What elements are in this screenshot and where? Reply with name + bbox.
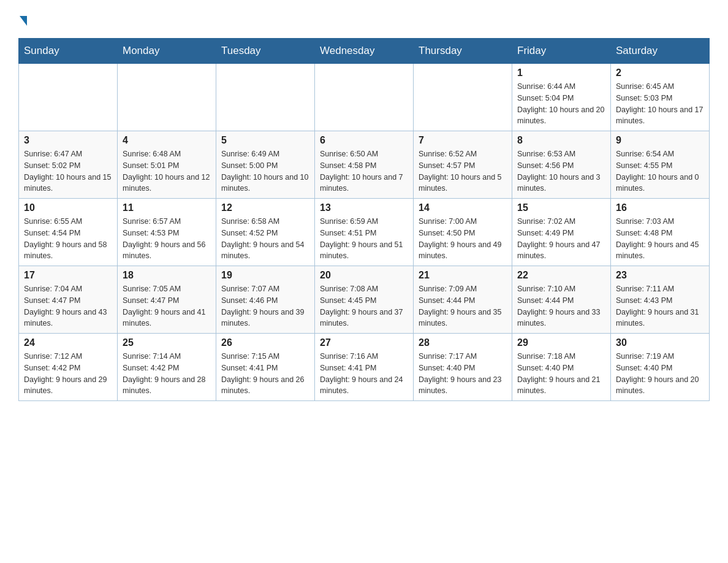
- day-info: Sunrise: 7:03 AMSunset: 4:48 PMDaylight:…: [616, 216, 704, 262]
- day-info: Sunrise: 7:19 AMSunset: 4:40 PMDaylight:…: [616, 351, 704, 397]
- calendar-cell: 3Sunrise: 6:47 AMSunset: 5:02 PMDaylight…: [19, 131, 118, 199]
- calendar-cell: 26Sunrise: 7:15 AMSunset: 4:41 PMDayligh…: [216, 334, 315, 401]
- day-info: Sunrise: 7:14 AMSunset: 4:42 PMDaylight:…: [123, 351, 211, 397]
- day-info: Sunrise: 7:15 AMSunset: 4:41 PMDaylight:…: [221, 351, 309, 397]
- day-number: 26: [221, 337, 309, 348]
- day-number: 22: [517, 270, 605, 281]
- day-info: Sunrise: 7:17 AMSunset: 4:40 PMDaylight:…: [419, 351, 507, 397]
- calendar-cell: 1Sunrise: 6:44 AMSunset: 5:04 PMDaylight…: [512, 64, 611, 131]
- calendar-cell: 24Sunrise: 7:12 AMSunset: 4:42 PMDayligh…: [19, 334, 118, 401]
- calendar-cell: 2Sunrise: 6:45 AMSunset: 5:03 PMDaylight…: [611, 64, 710, 131]
- day-number: 16: [616, 202, 704, 213]
- day-number: 21: [419, 270, 507, 281]
- logo-arrow-icon: [20, 16, 27, 26]
- weekday-header-saturday: Saturday: [611, 39, 710, 64]
- day-info: Sunrise: 7:18 AMSunset: 4:40 PMDaylight:…: [517, 351, 605, 397]
- day-info: Sunrise: 6:55 AMSunset: 4:54 PMDaylight:…: [24, 216, 112, 262]
- calendar-cell: 30Sunrise: 7:19 AMSunset: 4:40 PMDayligh…: [611, 334, 710, 401]
- day-number: 14: [419, 202, 507, 213]
- day-number: 8: [517, 135, 605, 146]
- calendar-cell: 9Sunrise: 6:54 AMSunset: 4:55 PMDaylight…: [611, 131, 710, 199]
- day-info: Sunrise: 6:54 AMSunset: 4:55 PMDaylight:…: [616, 148, 704, 194]
- calendar-cell: 22Sunrise: 7:10 AMSunset: 4:44 PMDayligh…: [512, 266, 611, 334]
- calendar-cell: 7Sunrise: 6:52 AMSunset: 4:57 PMDaylight…: [414, 131, 512, 199]
- day-info: Sunrise: 7:09 AMSunset: 4:44 PMDaylight:…: [419, 283, 507, 329]
- day-number: 25: [123, 337, 211, 348]
- day-info: Sunrise: 7:00 AMSunset: 4:50 PMDaylight:…: [419, 216, 507, 262]
- day-number: 23: [616, 270, 704, 281]
- day-number: 30: [616, 337, 704, 348]
- weekday-header-monday: Monday: [118, 39, 216, 64]
- day-number: 11: [123, 202, 211, 213]
- calendar-cell: [315, 64, 414, 131]
- day-number: 24: [24, 337, 112, 348]
- week-row-2: 3Sunrise: 6:47 AMSunset: 5:02 PMDaylight…: [19, 131, 710, 199]
- day-number: 4: [123, 135, 211, 146]
- day-info: Sunrise: 7:08 AMSunset: 4:45 PMDaylight:…: [320, 283, 408, 329]
- weekday-header-wednesday: Wednesday: [315, 39, 414, 64]
- calendar-cell: 17Sunrise: 7:04 AMSunset: 4:47 PMDayligh…: [19, 266, 118, 334]
- calendar-cell: 10Sunrise: 6:55 AMSunset: 4:54 PMDayligh…: [19, 199, 118, 266]
- day-number: 10: [24, 202, 112, 213]
- logo: [18, 12, 27, 26]
- day-number: 7: [419, 135, 507, 146]
- day-number: 5: [221, 135, 309, 146]
- calendar-cell: 8Sunrise: 6:53 AMSunset: 4:56 PMDaylight…: [512, 131, 611, 199]
- day-info: Sunrise: 6:50 AMSunset: 4:58 PMDaylight:…: [320, 148, 408, 194]
- calendar-cell: [19, 64, 118, 131]
- calendar-cell: 25Sunrise: 7:14 AMSunset: 4:42 PMDayligh…: [118, 334, 216, 401]
- calendar-cell: 27Sunrise: 7:16 AMSunset: 4:41 PMDayligh…: [315, 334, 414, 401]
- week-row-1: 1Sunrise: 6:44 AMSunset: 5:04 PMDaylight…: [19, 64, 710, 131]
- weekday-header-sunday: Sunday: [19, 39, 118, 64]
- day-info: Sunrise: 6:57 AMSunset: 4:53 PMDaylight:…: [123, 216, 211, 262]
- day-info: Sunrise: 7:10 AMSunset: 4:44 PMDaylight:…: [517, 283, 605, 329]
- day-info: Sunrise: 6:58 AMSunset: 4:52 PMDaylight:…: [221, 216, 309, 262]
- calendar-cell: 5Sunrise: 6:49 AMSunset: 5:00 PMDaylight…: [216, 131, 315, 199]
- calendar-cell: 14Sunrise: 7:00 AMSunset: 4:50 PMDayligh…: [414, 199, 512, 266]
- day-number: 19: [221, 270, 309, 281]
- calendar-cell: 21Sunrise: 7:09 AMSunset: 4:44 PMDayligh…: [414, 266, 512, 334]
- day-info: Sunrise: 6:48 AMSunset: 5:01 PMDaylight:…: [123, 148, 211, 194]
- day-info: Sunrise: 7:02 AMSunset: 4:49 PMDaylight:…: [517, 216, 605, 262]
- week-row-3: 10Sunrise: 6:55 AMSunset: 4:54 PMDayligh…: [19, 199, 710, 266]
- day-info: Sunrise: 6:53 AMSunset: 4:56 PMDaylight:…: [517, 148, 605, 194]
- weekday-header-friday: Friday: [512, 39, 611, 64]
- day-info: Sunrise: 7:12 AMSunset: 4:42 PMDaylight:…: [24, 351, 112, 397]
- day-number: 28: [419, 337, 507, 348]
- day-info: Sunrise: 6:47 AMSunset: 5:02 PMDaylight:…: [24, 148, 112, 194]
- calendar-cell: 20Sunrise: 7:08 AMSunset: 4:45 PMDayligh…: [315, 266, 414, 334]
- day-info: Sunrise: 7:07 AMSunset: 4:46 PMDaylight:…: [221, 283, 309, 329]
- calendar-table: SundayMondayTuesdayWednesdayThursdayFrid…: [18, 38, 710, 401]
- calendar-cell: 4Sunrise: 6:48 AMSunset: 5:01 PMDaylight…: [118, 131, 216, 199]
- weekday-header-row: SundayMondayTuesdayWednesdayThursdayFrid…: [19, 39, 710, 64]
- weekday-header-tuesday: Tuesday: [216, 39, 315, 64]
- day-info: Sunrise: 6:59 AMSunset: 4:51 PMDaylight:…: [320, 216, 408, 262]
- day-number: 13: [320, 202, 408, 213]
- day-info: Sunrise: 7:05 AMSunset: 4:47 PMDaylight:…: [123, 283, 211, 329]
- calendar-cell: 28Sunrise: 7:17 AMSunset: 4:40 PMDayligh…: [414, 334, 512, 401]
- day-number: 6: [320, 135, 408, 146]
- calendar-cell: [216, 64, 315, 131]
- day-number: 12: [221, 202, 309, 213]
- day-number: 3: [24, 135, 112, 146]
- day-number: 17: [24, 270, 112, 281]
- day-info: Sunrise: 7:11 AMSunset: 4:43 PMDaylight:…: [616, 283, 704, 329]
- calendar-cell: 6Sunrise: 6:50 AMSunset: 4:58 PMDaylight…: [315, 131, 414, 199]
- day-info: Sunrise: 7:04 AMSunset: 4:47 PMDaylight:…: [24, 283, 112, 329]
- page-header: [18, 12, 710, 26]
- day-number: 18: [123, 270, 211, 281]
- calendar-cell: 15Sunrise: 7:02 AMSunset: 4:49 PMDayligh…: [512, 199, 611, 266]
- week-row-5: 24Sunrise: 7:12 AMSunset: 4:42 PMDayligh…: [19, 334, 710, 401]
- day-number: 1: [517, 67, 605, 79]
- day-number: 20: [320, 270, 408, 281]
- calendar-cell: 16Sunrise: 7:03 AMSunset: 4:48 PMDayligh…: [611, 199, 710, 266]
- calendar-cell: 18Sunrise: 7:05 AMSunset: 4:47 PMDayligh…: [118, 266, 216, 334]
- calendar-cell: 11Sunrise: 6:57 AMSunset: 4:53 PMDayligh…: [118, 199, 216, 266]
- day-number: 9: [616, 135, 704, 146]
- week-row-4: 17Sunrise: 7:04 AMSunset: 4:47 PMDayligh…: [19, 266, 710, 334]
- day-info: Sunrise: 6:44 AMSunset: 5:04 PMDaylight:…: [517, 81, 605, 127]
- calendar-cell: 23Sunrise: 7:11 AMSunset: 4:43 PMDayligh…: [611, 266, 710, 334]
- day-number: 2: [616, 67, 704, 79]
- calendar-cell: [414, 64, 512, 131]
- day-number: 27: [320, 337, 408, 348]
